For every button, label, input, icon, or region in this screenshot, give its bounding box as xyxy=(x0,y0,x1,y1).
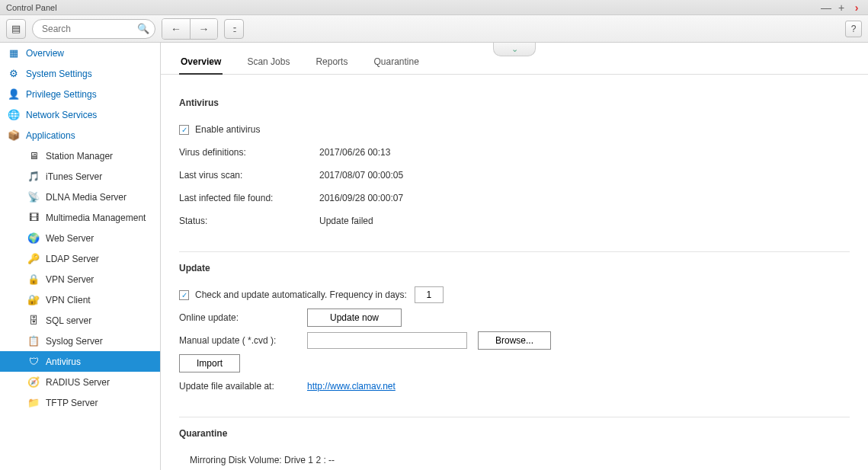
divider xyxy=(179,251,850,252)
content-pane: ⌄ OverviewScan JobsReportsQuarantine Ant… xyxy=(161,43,868,470)
sidebar-item-itunes-server[interactable]: 🎵iTunes Server xyxy=(0,166,160,187)
sidebar-item-applications[interactable]: 📦Applications xyxy=(0,125,160,145)
sidebar-item-label: Antivirus xyxy=(46,356,81,367)
sidebar-item-vpn-client[interactable]: 🔐VPN Client xyxy=(0,289,160,310)
status-value: Update failed xyxy=(319,216,373,226)
sidebar-item-label: Station Manager xyxy=(46,151,113,161)
grid-view-button[interactable]: ::: xyxy=(224,19,244,39)
auto-update-checkbox[interactable] xyxy=(179,290,189,300)
last-scan-label: Last virus scan: xyxy=(179,170,319,181)
sidebar-item-label: TFTP Server xyxy=(46,398,98,408)
sidebar-toggle-button[interactable]: ▤ xyxy=(6,19,26,39)
tab-overview[interactable]: Overview xyxy=(179,52,223,75)
sidebar-item-label: Privilege Settings xyxy=(26,89,97,100)
sidebar-item-label: Applications xyxy=(26,130,75,141)
sidebar-item-label: Syslog Server xyxy=(46,336,103,347)
sidebar-icon: 🎵 xyxy=(27,171,40,183)
last-scan-value: 2017/08/07 00:00:05 xyxy=(319,170,403,181)
sidebar-item-label: iTunes Server xyxy=(46,171,102,182)
virus-definitions-label: Virus definitions: xyxy=(179,147,319,158)
manual-update-label: Manual update ( *.cvd ): xyxy=(179,335,307,346)
tab-quarantine[interactable]: Quarantine xyxy=(372,52,420,74)
virus-definitions-value: 2017/06/26 00:13 xyxy=(319,147,390,158)
sidebar-item-tftp-server[interactable]: 📁TFTP Server xyxy=(0,392,160,413)
tab-reports[interactable]: Reports xyxy=(314,52,349,74)
sidebar-icon: 🔒 xyxy=(27,273,40,286)
nav-buttons: ← → xyxy=(162,18,218,40)
sidebar-icon: 🌍 xyxy=(27,232,40,245)
sidebar-icon: 🛡 xyxy=(27,356,40,368)
search-icon: 🔍 xyxy=(137,23,149,34)
sidebar-item-sql-server[interactable]: 🗄SQL server xyxy=(0,310,160,331)
sidebar-item-antivirus[interactable]: 🛡Antivirus xyxy=(0,351,160,372)
browse-button[interactable]: Browse... xyxy=(478,331,551,350)
sidebar-item-station-manager[interactable]: 🖥Station Manager xyxy=(0,145,160,166)
help-button[interactable]: ? xyxy=(845,21,862,37)
sidebar-item-label: LDAP Server xyxy=(46,254,99,264)
update-available-label: Update file available at: xyxy=(179,381,307,392)
update-frequency-input[interactable] xyxy=(415,286,444,303)
sidebar-item-label: VPN Server xyxy=(46,274,94,285)
section-antivirus-heading: Antivirus xyxy=(179,98,850,108)
sidebar-item-vpn-server[interactable]: 🔒VPN Server xyxy=(0,269,160,289)
sidebar-icon: ⚙ xyxy=(8,68,20,80)
section-quarantine-heading: Quarantine xyxy=(179,428,850,439)
sidebar-icon: 🌐 xyxy=(8,109,20,121)
toolbar: ▤ 🔍 ← → ::: ? xyxy=(0,15,868,43)
back-button[interactable]: ← xyxy=(162,19,190,39)
sidebar-item-overview[interactable]: ▦Overview xyxy=(0,43,160,63)
window-title: Control Panel xyxy=(6,3,57,12)
panel-collapse-handle[interactable]: ⌄ xyxy=(493,43,536,56)
maximize-button[interactable]: + xyxy=(836,2,847,13)
sidebar-item-label: Multimedia Management xyxy=(46,213,146,223)
sidebar-item-label: Overview xyxy=(26,48,64,59)
sidebar-icon: 👤 xyxy=(8,88,20,101)
last-infected-value: 2016/09/28 00:00:07 xyxy=(319,193,403,203)
sidebar-icon: 🧭 xyxy=(27,376,40,388)
sidebar-item-radius-server[interactable]: 🧭RADIUS Server xyxy=(0,372,160,392)
forward-button[interactable]: → xyxy=(190,19,217,39)
clamav-link[interactable]: http://www.clamav.net xyxy=(307,381,396,392)
sidebar-icon: 📁 xyxy=(27,397,40,409)
sidebar-icon: 📦 xyxy=(8,129,20,142)
sidebar-icon: 🗄 xyxy=(27,315,40,327)
close-button[interactable]: › xyxy=(851,2,862,13)
enable-antivirus-label: Enable antivirus xyxy=(195,124,260,135)
sidebar-item-label: System Settings xyxy=(26,69,92,79)
sidebar-item-dlna-media-server[interactable]: 📡DLNA Media Server xyxy=(0,187,160,207)
sidebar-icon: 🎞 xyxy=(27,212,40,224)
sidebar-icon: 🔐 xyxy=(27,294,40,306)
sidebar-item-web-server[interactable]: 🌍Web Server xyxy=(0,228,160,248)
online-update-label: Online update: xyxy=(179,312,307,323)
sidebar-icon: 🖥 xyxy=(27,150,40,162)
minimize-button[interactable]: — xyxy=(821,2,831,13)
sidebar-icon: ▦ xyxy=(8,47,20,59)
divider xyxy=(179,417,850,417)
sidebar-icon: 📡 xyxy=(27,191,40,203)
titlebar: Control Panel — + › xyxy=(0,0,868,15)
update-now-button[interactable]: Update now xyxy=(307,309,402,327)
status-label: Status: xyxy=(179,216,319,226)
sidebar-item-privilege-settings[interactable]: 👤Privilege Settings xyxy=(0,84,160,104)
enable-antivirus-checkbox[interactable] xyxy=(179,125,189,135)
manual-update-path-input[interactable] xyxy=(307,332,467,349)
sidebar-item-syslog-server[interactable]: 📋Syslog Server xyxy=(0,331,160,351)
import-button[interactable]: Import xyxy=(179,354,240,372)
tab-scan-jobs[interactable]: Scan Jobs xyxy=(245,52,291,74)
sidebar-item-multimedia-management[interactable]: 🎞Multimedia Management xyxy=(0,207,160,228)
sidebar: ▦Overview⚙System Settings👤Privilege Sett… xyxy=(0,43,161,470)
sidebar-item-ldap-server[interactable]: 🔑LDAP Server xyxy=(0,248,160,269)
sidebar-item-label: Web Server xyxy=(46,233,94,244)
sidebar-icon: 📋 xyxy=(27,335,40,347)
sidebar-item-label: DLNA Media Server xyxy=(46,192,127,203)
section-update-heading: Update xyxy=(179,263,850,273)
sidebar-item-label: VPN Client xyxy=(46,295,91,305)
sidebar-item-label: SQL server xyxy=(46,315,91,326)
sidebar-item-system-settings[interactable]: ⚙System Settings xyxy=(0,63,160,84)
sidebar-icon: 🔑 xyxy=(27,253,40,265)
sidebar-item-label: Network Services xyxy=(26,110,97,120)
auto-update-label: Check and update automatically. Frequenc… xyxy=(195,289,407,300)
quarantine-mirror-text: Mirroring Disk Volume: Drive 1 2 : -- xyxy=(190,455,335,465)
search-box: 🔍 xyxy=(32,19,155,39)
sidebar-item-network-services[interactable]: 🌐Network Services xyxy=(0,104,160,125)
